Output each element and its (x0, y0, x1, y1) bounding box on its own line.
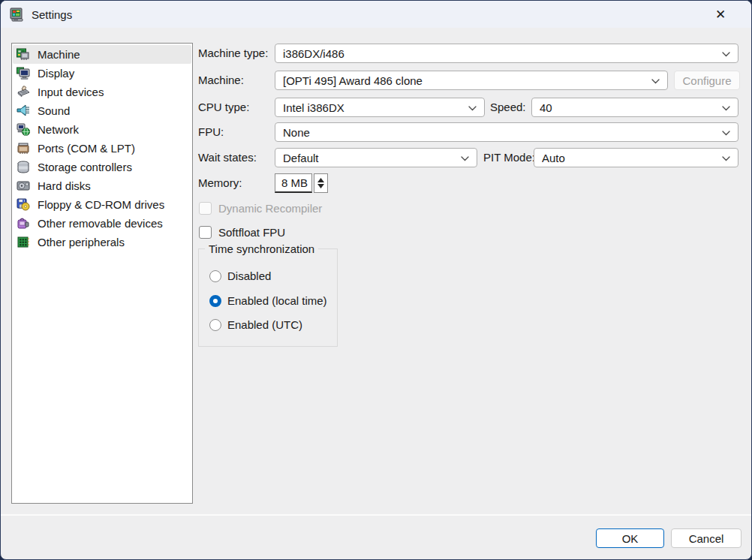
window-title: Settings (32, 8, 72, 21)
memory-value[interactable]: 8 MB (275, 173, 312, 193)
machine-type-value: i386DX/i486 (283, 47, 344, 60)
time-sync-option-utc[interactable]: Enabled (UTC) (209, 318, 302, 331)
cpu-type-label: CPU type: (198, 98, 249, 117)
radio-icon[interactable] (209, 270, 221, 282)
memory-spin-buttons[interactable] (314, 173, 328, 193)
time-sync-title: Time synchronization (205, 242, 318, 257)
machine-value: [OPTi 495] Award 486 clone (283, 74, 423, 87)
wait-states-value: Default (283, 152, 319, 164)
time-sync-option-disabled[interactable]: Disabled (209, 269, 271, 282)
titlebar: Settings ✕ (1, 1, 751, 28)
radio-icon[interactable] (209, 319, 221, 331)
sidebar-item-label: Network (38, 123, 79, 136)
sidebar-item-hard-disks[interactable]: Hard disks (13, 176, 191, 195)
settings-dialog: Settings ✕ Machine Di (0, 0, 752, 560)
input-devices-icon (17, 86, 30, 98)
removable-devices-icon (17, 217, 30, 230)
configure-button[interactable]: Configure (674, 71, 740, 90)
memory-label: Memory: (198, 173, 242, 193)
sidebar-item-label: Sound (38, 104, 70, 117)
sidebar-item-label: Hard disks (38, 179, 91, 192)
machine-icon (17, 48, 30, 61)
sidebar-item-label: Ports (COM & LPT) (38, 142, 135, 155)
sidebar-item-machine[interactable]: Machine (13, 45, 191, 64)
pit-mode-value: Auto (542, 152, 565, 164)
sidebar-item-floppy-cdrom[interactable]: Floppy & CD-ROM drives (13, 195, 191, 214)
close-button[interactable]: ✕ (703, 1, 738, 28)
time-sync-option-local[interactable]: Enabled (local time) (209, 294, 327, 307)
sidebar-item-label: Other removable devices (38, 217, 163, 230)
speed-label: Speed: (490, 98, 526, 117)
time-sync-group: Time synchronization Disabled Enabled (l… (198, 248, 338, 347)
sidebar-item-label: Floppy & CD-ROM drives (38, 198, 164, 211)
cpu-type-select[interactable]: Intel i386DX (275, 98, 485, 117)
ports-icon (17, 142, 30, 155)
fpu-label: FPU: (198, 122, 224, 142)
spin-down-icon[interactable] (317, 184, 324, 188)
speed-value: 40 (540, 101, 552, 114)
sidebar-item-other-peripherals[interactable]: Other peripherals (13, 233, 191, 251)
chevron-down-icon (461, 156, 469, 161)
cancel-button[interactable]: Cancel (671, 528, 741, 548)
sidebar-item-ports[interactable]: Ports (COM & LPT) (13, 139, 191, 158)
dynamic-recompiler-label: Dynamic Recompiler (218, 202, 322, 215)
dynamic-recompiler-row[interactable]: Dynamic Recompiler (199, 202, 322, 215)
softfloat-fpu-row[interactable]: Softfloat FPU (199, 226, 285, 239)
footer-separator (1, 514, 751, 516)
pit-mode-label: PIT Mode: (483, 148, 535, 167)
radio-label: Disabled (227, 269, 271, 282)
sidebar-item-storage-controllers[interactable]: Storage controllers (13, 158, 191, 176)
sidebar-item-label: Storage controllers (38, 161, 132, 173)
display-icon (17, 67, 30, 80)
sidebar-item-label: Input devices (38, 86, 104, 98)
machine-label: Machine: (198, 71, 244, 90)
floppy-cdrom-icon (17, 198, 30, 211)
softfloat-fpu-checkbox[interactable] (199, 226, 212, 239)
spin-up-icon[interactable] (317, 178, 324, 182)
storage-controllers-icon (17, 161, 30, 173)
sidebar-item-display[interactable]: Display (13, 64, 191, 83)
category-list: Machine Display Input devices (11, 43, 193, 504)
machine-type-label: Machine type: (198, 44, 268, 63)
wait-states-label: Wait states: (198, 148, 257, 167)
ok-button[interactable]: OK (596, 528, 664, 548)
sidebar-item-other-removable[interactable]: Other removable devices (13, 214, 191, 233)
memory-spinner: 8 MB (275, 173, 328, 193)
radio-label: Enabled (local time) (227, 294, 327, 307)
fpu-select[interactable]: None (275, 122, 738, 142)
chevron-down-icon (722, 156, 730, 161)
speed-select[interactable]: 40 (531, 98, 738, 117)
chevron-down-icon (651, 79, 660, 84)
machine-type-select[interactable]: i386DX/i486 (275, 44, 738, 63)
hard-disks-icon (17, 179, 30, 192)
pit-mode-select[interactable]: Auto (534, 148, 738, 167)
fpu-value: None (283, 126, 310, 139)
chevron-down-icon (722, 106, 730, 111)
app-icon (10, 8, 25, 22)
radio-label: Enabled (UTC) (227, 318, 302, 331)
sidebar-item-input-devices[interactable]: Input devices (13, 83, 191, 101)
chevron-down-icon (722, 52, 730, 57)
radio-icon[interactable] (209, 295, 221, 307)
sidebar-item-network[interactable]: Network (13, 120, 191, 139)
softfloat-fpu-label: Softfloat FPU (218, 226, 285, 239)
wait-states-select[interactable]: Default (275, 148, 477, 167)
cpu-type-value: Intel i386DX (283, 101, 344, 114)
machine-select[interactable]: [OPTi 495] Award 486 clone (275, 71, 668, 90)
sidebar-item-label: Machine (38, 48, 80, 61)
chevron-down-icon (722, 131, 730, 136)
peripherals-icon (17, 236, 30, 248)
sidebar-item-label: Display (38, 67, 74, 80)
sidebar-item-label: Other peripherals (38, 236, 125, 248)
network-icon (17, 123, 30, 136)
sound-icon (17, 104, 30, 117)
chevron-down-icon (468, 106, 477, 111)
dynamic-recompiler-checkbox[interactable] (199, 202, 212, 215)
sidebar-item-sound[interactable]: Sound (13, 101, 191, 120)
